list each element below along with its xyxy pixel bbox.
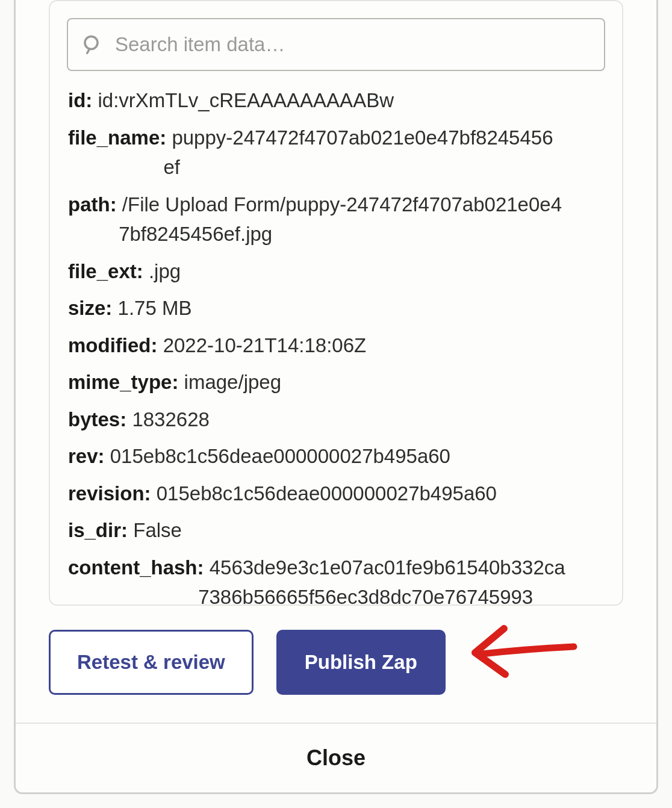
item-data-card: id: id:vrXmTLv_cREAAAAAAAAABw file_name:… xyxy=(49,0,623,606)
field-value: 2022-10-21T14:18:06Z xyxy=(163,334,367,356)
svg-point-0 xyxy=(85,37,98,49)
field-value-line2: ef xyxy=(68,152,605,182)
field-key: rev: xyxy=(68,445,105,467)
field-is-dir: is_dir: False xyxy=(67,515,605,545)
field-value: 1.75 MB xyxy=(118,297,192,319)
field-mime-type: mime_type: image/jpeg xyxy=(67,367,605,397)
field-value: False xyxy=(133,519,182,541)
field-key: id: xyxy=(68,89,92,111)
field-key: file_name: xyxy=(68,126,166,149)
field-size: size: 1.75 MB xyxy=(67,293,605,323)
field-modified: modified: 2022-10-21T14:18:06Z xyxy=(67,331,605,361)
field-key: is_dir: xyxy=(68,519,128,541)
field-key: path: xyxy=(68,193,117,216)
svg-line-1 xyxy=(87,49,90,54)
publish-zap-button[interactable]: Publish Zap xyxy=(276,630,446,695)
search-icon xyxy=(81,34,103,55)
field-path: path: /File Upload Form/puppy-247472f470… xyxy=(67,190,605,249)
field-rev: rev: 015eb8c1c56deae000000027b495a60 xyxy=(67,441,605,471)
field-value: 015eb8c1c56deae000000027b495a60 xyxy=(110,445,450,467)
close-button[interactable]: Close xyxy=(306,745,366,771)
field-key: modified: xyxy=(68,334,157,356)
content-area: id: id:vrXmTLv_cREAAAAAAAAABw file_name:… xyxy=(16,0,656,723)
field-value-line1: 4563de9e3c1e07ac01fe9b61540b332ca xyxy=(210,556,565,579)
dialog-footer: Close xyxy=(16,723,656,792)
action-button-row: Retest & review Publish Zap xyxy=(49,606,623,723)
field-key: revision: xyxy=(68,482,151,505)
field-content-hash: content_hash: 4563de9e3c1e07ac01fe9b6154… xyxy=(67,553,605,605)
retest-review-button[interactable]: Retest & review xyxy=(49,630,254,695)
field-value: 015eb8c1c56deae000000027b495a60 xyxy=(157,482,497,505)
field-revision: revision: 015eb8c1c56deae000000027b495a6… xyxy=(67,479,605,509)
field-file-name: file_name: puppy-247472f4707ab021e0e47bf… xyxy=(67,123,605,182)
field-file-ext: file_ext: .jpg xyxy=(67,256,605,287)
field-bytes: bytes: 1832628 xyxy=(67,405,605,435)
field-key: size: xyxy=(68,297,112,319)
field-value: id:vrXmTLv_cREAAAAAAAAABw xyxy=(98,89,394,111)
field-id: id: id:vrXmTLv_cREAAAAAAAAABw xyxy=(67,85,605,116)
field-value: 1832628 xyxy=(132,408,209,430)
field-value-line1: puppy-247472f4707ab021e0e47bf8245456 xyxy=(172,126,553,149)
field-value: .jpg xyxy=(149,260,181,282)
field-key: bytes: xyxy=(68,408,126,430)
field-value: image/jpeg xyxy=(184,371,281,393)
dialog-panel: id: id:vrXmTLv_cREAAAAAAAAABw file_name:… xyxy=(14,0,658,794)
field-key: mime_type: xyxy=(68,371,178,393)
field-value-line2: 7bf8245456ef.jpg xyxy=(68,219,605,249)
search-input[interactable] xyxy=(67,18,605,71)
item-data-list: id: id:vrXmTLv_cREAAAAAAAAABw file_name:… xyxy=(67,85,605,604)
field-key: content_hash: xyxy=(68,556,204,579)
field-value-line2: 7386b56665f56ec3d8dc70e76745993 xyxy=(68,582,605,604)
arrow-annotation-icon xyxy=(465,618,580,684)
field-value-line1: /File Upload Form/puppy-247472f4707ab021… xyxy=(122,193,562,216)
field-key: file_ext: xyxy=(68,260,143,282)
search-wrapper xyxy=(67,18,605,71)
